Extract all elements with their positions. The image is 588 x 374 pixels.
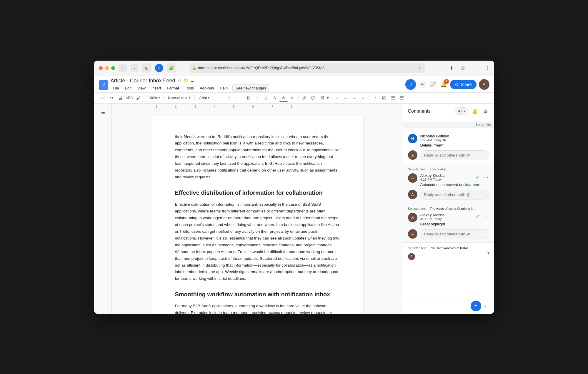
line-spacing-button[interactable]: ↕ [371,94,379,102]
star-icon[interactable]: ☆ [178,78,181,83]
grid-icon[interactable]: ⋮⋮ [481,64,489,72]
expand-thread-icon[interactable]: ▾ [487,251,489,255]
link-button[interactable]: 🔗 [300,94,309,102]
comments-scroll[interactable]: imagesite N Nicholas Gottlieb 1:06 A [403,119,494,298]
numbered-list-button[interactable]: ☰ [398,94,406,102]
divider-4: | [428,246,429,250]
doc-title[interactable]: Article - Courier Inbox Feed [111,78,175,84]
collapsed-avatars: A [408,253,487,260]
spell-check-button[interactable]: ABC [125,94,134,102]
bullet-list-button[interactable]: ☰ [389,94,397,102]
minimize-button[interactable] [105,66,109,70]
menu-view[interactable]: View [135,85,148,92]
menu-addons[interactable]: Add-ons [197,85,216,92]
forward-button[interactable]: › [130,64,139,72]
font-color-button[interactable]: A [279,94,288,102]
puzzle-icon[interactable]: 🧩 [167,63,176,73]
doc-heading-1: Effective distribution of information fo… [175,188,340,198]
maximize-button[interactable] [111,66,115,70]
doc-scroll[interactable]: their friends were up to. Reddit's notif… [112,110,403,314]
activity-icon[interactable]: 📈 [429,80,437,89]
comment-thread-3: Selected text | The value of using Couri… [403,203,494,243]
user-avatar-j[interactable]: J [405,79,416,90]
zoom-dropdown[interactable]: 100% ▾ [146,94,161,101]
close-button[interactable] [99,66,103,70]
download-icon[interactable]: ⬇ [448,64,456,72]
menu-tools[interactable]: Tools [183,85,196,92]
comment-more-button-3[interactable]: ⋯ [482,213,489,220]
align-center-button[interactable]: ≡ [342,94,350,102]
reply-input-3[interactable] [420,229,489,239]
comment-more-button-2[interactable]: ⋯ [482,174,489,181]
menu-format[interactable]: Format [164,85,181,92]
print-button[interactable]: 🖨 [116,94,125,102]
redo-button[interactable]: ↪ [108,94,116,102]
notification-bell-button[interactable]: 🔔 [471,107,479,115]
comments-filter-all[interactable]: All ▾ [455,107,468,115]
share-icon[interactable]: ⎙ [459,64,467,72]
extension-icon[interactable]: U [155,64,163,72]
cloud-icon[interactable]: ☁ [190,78,194,83]
comment-button[interactable]: 💬 [309,94,317,102]
new-tab-icon[interactable]: + [470,64,478,72]
user-avatar-a[interactable]: A [479,79,489,90]
image-button[interactable]: 🖼 [318,94,326,102]
window-control-icon[interactable]: ⊞ [142,63,151,73]
add-comment-button[interactable]: + [471,301,481,311]
folder-icon[interactable]: 📁 [183,78,188,83]
menu-edit[interactable]: Edit [122,85,134,92]
reply-input-2[interactable] [420,190,489,200]
notification-button[interactable]: 🔔 1 [439,80,448,89]
decrease-font-button[interactable]: − [216,94,224,102]
reply-input-1[interactable] [420,150,489,160]
filter-all-label: All [458,109,462,113]
highlight-button[interactable]: ✏ [288,94,297,102]
comment-item-nicholas: N Nicholas Gottlieb 1:06 AM Today [408,134,489,147]
checklist-button[interactable]: ☑ [380,94,388,102]
separator-6 [298,95,299,101]
image-dropdown-arrow[interactable]: ▾ [327,96,329,100]
menu-help[interactable]: Help [217,85,230,92]
font-chevron-icon: ▾ [208,96,209,99]
increase-font-button[interactable]: + [232,94,240,102]
comment-thread-4[interactable]: Selected text | Popular examples of hist… [403,243,494,264]
doc-page[interactable]: their friends were up to. Reddit's notif… [151,116,363,314]
undo-button[interactable]: ↩ [99,94,107,102]
paint-format-button[interactable]: 🖌 [134,94,142,102]
style-dropdown[interactable]: Normal text ▾ [165,94,193,102]
comment-text-alexey-2: Antecedent somewhat unclear here [420,182,489,187]
author-name-alexey-3: Alexey Klochai [420,213,445,217]
ruler-mark-5: 5 [233,105,235,108]
font-dropdown[interactable]: Arial ▾ [196,94,212,102]
menu-insert[interactable]: Insert [149,85,164,92]
doc-text-content: their friends were up to. Reddit's notif… [175,134,340,314]
doc-para-2: For many B2B SaaS applications, automati… [175,303,340,313]
underline-button[interactable]: U [262,94,270,102]
reply-row-1: A [408,150,489,160]
resolve-button-3[interactable]: ✓ [474,213,481,220]
share-button[interactable]: Share [450,80,476,89]
selected-text-preview-4: Popular examples of histor... [430,246,471,250]
url-bar[interactable]: 🔒 docs.google.com/document/d/1WFizQEnv2D… [189,63,425,73]
see-new-changes-button[interactable]: See new changes [232,84,269,92]
reload-icon[interactable]: ↻ [418,66,422,70]
strikethrough-button[interactable]: S [271,94,279,102]
menu-file[interactable]: File [111,85,121,92]
italic-button[interactable]: I [253,94,261,102]
outline-icon[interactable] [97,108,108,119]
separator-5 [242,95,242,101]
ruler-mark-8: 8 [291,105,292,108]
resolve-button-2[interactable]: ✓ [474,174,481,181]
author-row-alexey-3: Alexey Klochai 4:11 PM Today ✓ ⋯ [420,213,489,221]
doc-heading-2: Smoothing workflow automation with notif… [175,289,340,299]
comment-more-button-nicholas[interactable]: ⋯ [482,134,489,141]
bold-button[interactable]: B [244,94,252,102]
align-justify-button[interactable]: ≡ [359,94,367,102]
comments-title: Comments [408,109,431,114]
align-left-button[interactable]: ≡ [333,94,341,102]
avatar-pencil-icon[interactable]: ✏ [418,80,427,89]
align-right-button[interactable]: ≡ [350,94,359,102]
back-button[interactable]: ‹ [119,64,127,72]
expand-panel-button[interactable]: › [481,302,489,310]
add-comment-header-button[interactable]: ⊞ [481,107,489,115]
